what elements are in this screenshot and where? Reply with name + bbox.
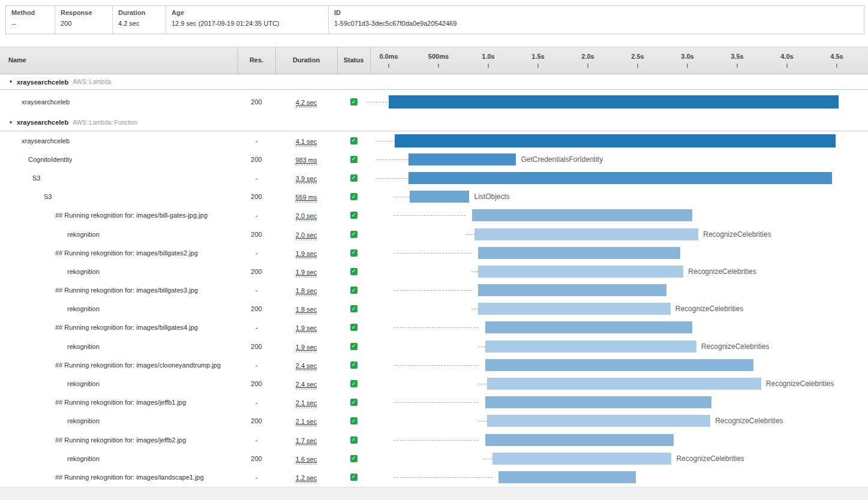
group-kind: AWS::Lambda [73, 79, 111, 85]
duration-link[interactable]: 2.4 sec [296, 362, 317, 371]
duration-link[interactable]: 1.2 sec [296, 474, 317, 483]
status-ok-icon[interactable]: ✓ [350, 305, 358, 312]
status-ok-icon[interactable]: ✓ [350, 399, 358, 406]
trace-bar[interactable] [478, 303, 670, 315]
group-header-row[interactable]: ▼xraysearchcelebAWS::Lambda [0, 74, 868, 90]
duration-link[interactable]: 1.8 sec [296, 306, 317, 315]
connector-dash [394, 402, 478, 403]
duration-link[interactable]: 1.7 sec [296, 437, 317, 446]
duration-link[interactable]: 983 ms [295, 156, 317, 165]
trace-bar[interactable] [487, 378, 761, 390]
trace-row[interactable]: rekognition2001.9 sec✓RecognizeCelebriti… [0, 262, 868, 281]
segment-name: CognitoIdentity [28, 156, 72, 163]
trace-bar[interactable] [472, 209, 692, 221]
status-ok-icon[interactable]: ✓ [350, 417, 358, 424]
timeline-cell: GetCredentialsForIdentity [370, 150, 868, 168]
status-ok-icon[interactable]: ✓ [350, 156, 358, 163]
trace-row[interactable]: ## Running rekognition for: images/cloon… [0, 356, 868, 374]
trace-bar[interactable] [485, 396, 711, 408]
segment-name: xraysearchceleb [22, 137, 70, 144]
status-ok-icon[interactable]: ✓ [350, 268, 358, 275]
trace-bar[interactable] [485, 341, 696, 353]
status-ok-icon[interactable]: ✓ [350, 98, 358, 106]
collapse-triangle-icon[interactable]: ▼ [8, 79, 13, 85]
group-header-row[interactable]: ▼xraysearchcelebAWS::Lambda::Function [0, 114, 868, 131]
duration-link[interactable]: 4.1 sec [296, 138, 317, 147]
trace-bar[interactable] [492, 453, 672, 465]
status-ok-icon[interactable]: ✓ [350, 436, 358, 444]
duration-link[interactable]: 2.1 sec [296, 399, 317, 408]
trace-bar[interactable] [389, 95, 839, 109]
summary-response-value: 200 [61, 20, 112, 27]
group-name: xraysearchceleb [17, 119, 68, 126]
trace-row[interactable]: ## Running rekognition for: images/bill-… [0, 206, 868, 225]
status-ok-icon[interactable]: ✓ [350, 212, 358, 219]
trace-bar[interactable] [409, 153, 516, 165]
trace-row[interactable]: rekognition2001.9 sec✓RecognizeCelebriti… [0, 337, 868, 356]
duration-link[interactable]: 559 ms [295, 194, 317, 203]
summary-method-cell: Method -- [6, 6, 55, 34]
trace-bar[interactable] [478, 247, 680, 259]
trace-bar[interactable] [478, 266, 683, 278]
trace-row[interactable]: ## Running rekognition for: images/billg… [0, 243, 868, 262]
trace-row[interactable]: rekognition2001.6 sec✓RecognizeCelebriti… [0, 449, 868, 468]
trace-row[interactable]: ## Running rekognition for: images/billg… [0, 318, 868, 337]
trace-bar[interactable] [409, 172, 832, 184]
trace-bar[interactable] [395, 134, 836, 147]
duration-link[interactable]: 1.9 sec [296, 344, 317, 353]
trace-bar[interactable] [487, 415, 710, 427]
trace-bar[interactable] [410, 191, 470, 203]
status-cell: ✓ [337, 206, 370, 225]
timeline-tick-mark [438, 64, 439, 68]
collapse-triangle-icon[interactable]: ▼ [8, 120, 13, 125]
duration-link[interactable]: 4.2 sec [296, 99, 317, 108]
trace-bar[interactable] [478, 284, 666, 296]
status-ok-icon[interactable]: ✓ [350, 474, 358, 481]
trace-bar[interactable] [485, 359, 753, 371]
status-ok-icon[interactable]: ✓ [350, 380, 358, 387]
status-ok-icon[interactable]: ✓ [350, 324, 358, 331]
duration-cell: 2.4 sec [275, 360, 337, 371]
duration-link[interactable]: 1.9 sec [296, 250, 317, 259]
duration-link[interactable]: 2.0 sec [296, 231, 317, 240]
status-ok-icon[interactable]: ✓ [350, 193, 358, 200]
status-ok-icon[interactable]: ✓ [350, 455, 358, 462]
trace-row[interactable]: CognitoIdentity200983 ms✓GetCredentialsF… [0, 150, 868, 168]
trace-row[interactable]: ## Running rekognition for: images/jeffb… [0, 393, 868, 412]
trace-row[interactable]: S3-3.9 sec✓ [0, 168, 868, 187]
duration-link[interactable]: 1.9 sec [296, 269, 317, 278]
status-ok-icon[interactable]: ✓ [350, 343, 358, 350]
status-ok-icon[interactable]: ✓ [350, 287, 358, 294]
trace-row[interactable]: S3200559 ms✓ListObjects [0, 188, 868, 206]
duration-cell: 1.2 sec [275, 472, 337, 483]
trace-bar[interactable] [498, 471, 636, 483]
column-header-duration: Duration [275, 56, 337, 64]
trace-bar[interactable] [485, 321, 692, 333]
status-ok-icon[interactable]: ✓ [350, 174, 358, 182]
trace-row[interactable]: ## Running rekognition for: images/lands… [0, 468, 868, 486]
trace-row[interactable]: xraysearchceleb2004.2 sec✓ [0, 90, 868, 114]
trace-bar[interactable] [474, 228, 699, 240]
duration-link[interactable]: 1.6 sec [296, 456, 317, 465]
duration-link[interactable]: 1.8 sec [296, 287, 317, 296]
status-ok-icon[interactable]: ✓ [350, 137, 358, 144]
status-ok-icon[interactable]: ✓ [350, 362, 358, 369]
status-ok-icon[interactable]: ✓ [350, 231, 358, 238]
trace-row[interactable]: rekognition2002.0 sec✓RecognizeCelebriti… [0, 225, 868, 243]
trace-row[interactable]: rekognition2001.8 sec✓RecognizeCelebriti… [0, 300, 868, 318]
trace-row[interactable]: ## Running rekognition for: images/jeffb… [0, 430, 868, 449]
bar-operation-label: RecognizeCelebrities [766, 379, 834, 388]
duration-link[interactable]: 3.9 sec [296, 175, 317, 184]
response-code: - [238, 174, 275, 182]
duration-link[interactable]: 2.0 sec [296, 212, 317, 221]
trace-row[interactable]: rekognition2002.4 sec✓RecognizeCelebriti… [0, 374, 868, 393]
status-ok-icon[interactable]: ✓ [350, 249, 358, 257]
trace-bar[interactable] [485, 434, 674, 446]
duration-link[interactable]: 1.9 sec [296, 324, 317, 333]
trace-row[interactable]: xraysearchceleb-4.1 sec✓ [0, 131, 868, 150]
trace-row[interactable]: rekognition2002.1 sec✓RecognizeCelebriti… [0, 412, 868, 430]
duration-link[interactable]: 2.1 sec [296, 418, 317, 427]
duration-link[interactable]: 2.4 sec [296, 381, 317, 390]
trace-row[interactable]: ## Running rekognition for: images/billg… [0, 281, 868, 300]
timeline-tick-label: 3.5s [719, 53, 755, 60]
